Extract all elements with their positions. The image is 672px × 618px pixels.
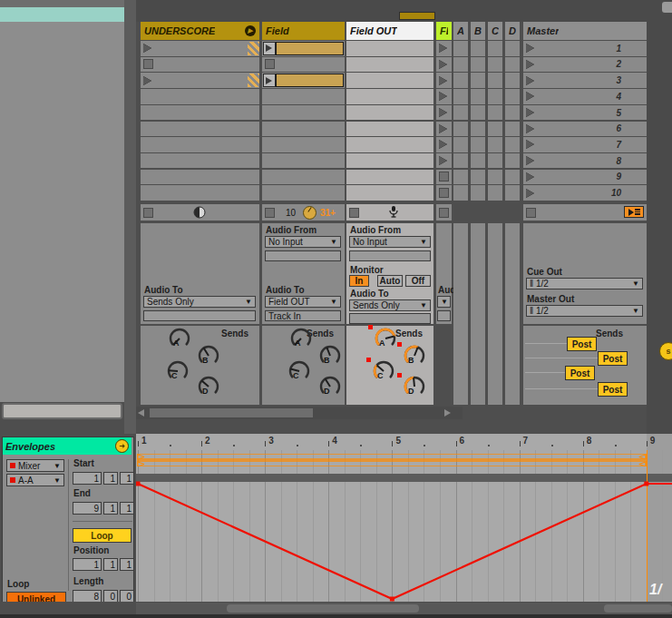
clip-play-icon[interactable]	[439, 44, 447, 53]
clip-play-icon[interactable]	[439, 60, 447, 69]
start-digit[interactable]: 1	[73, 472, 102, 485]
clip-slot[interactable]	[436, 170, 452, 185]
clip-slot[interactable]	[141, 57, 259, 73]
automation-envelope[interactable]	[136, 434, 672, 602]
editor-bottom-scrollbar[interactable]	[136, 603, 672, 614]
position-digit[interactable]: 1	[73, 558, 102, 571]
clip-stop-icon[interactable]	[143, 59, 153, 69]
scene-row[interactable]: 9	[523, 170, 647, 185]
post-pre-toggle-b[interactable]: Post	[598, 351, 628, 366]
clip-slot[interactable]	[436, 153, 452, 169]
track-stop-button[interactable]	[526, 208, 536, 218]
position-digit[interactable]: 1	[103, 558, 118, 571]
scroll-thumb[interactable]	[604, 604, 672, 613]
fieldout-audio-to[interactable]: Sends Only▼	[349, 299, 431, 311]
send-knob[interactable]	[318, 375, 342, 398]
field-audio-from[interactable]: No Input▼	[265, 236, 341, 248]
clip-slot[interactable]	[436, 41, 452, 56]
master-out[interactable]: ‖ 1/2▼	[526, 305, 643, 317]
clip-slot[interactable]	[141, 170, 259, 185]
track-header-underscore[interactable]: UNDERSCORE▶	[141, 22, 259, 40]
scene-row[interactable]: 10	[523, 185, 647, 201]
envelope-device-chooser[interactable]: Mixer▼	[6, 459, 64, 472]
send-knob[interactable]	[403, 344, 426, 368]
send-knob[interactable]	[168, 327, 191, 350]
clip-play-icon[interactable]	[143, 44, 151, 53]
track-header-field-out[interactable]: Field OUT	[346, 22, 433, 40]
clip-slot[interactable]	[346, 41, 433, 56]
clip-slot[interactable]	[436, 105, 452, 121]
clip-stop-icon[interactable]	[439, 172, 449, 181]
end-digit[interactable]: 9	[73, 502, 102, 515]
routing-sub-box[interactable]	[265, 250, 341, 261]
track-header-c[interactable]: C	[488, 22, 502, 40]
unfold-arrow-icon[interactable]: ➜	[115, 439, 129, 453]
clip-slot[interactable]	[262, 153, 345, 169]
scene-play-icon[interactable]	[526, 172, 534, 181]
clip-stop-icon[interactable]	[265, 59, 275, 69]
envelope-breakpoint[interactable]	[390, 597, 394, 602]
scene-play-icon[interactable]	[526, 108, 534, 117]
clip-slot[interactable]	[346, 105, 433, 121]
start-digit[interactable]: 1	[120, 472, 134, 485]
scene-play-icon[interactable]	[526, 76, 534, 85]
send-knob[interactable]	[197, 375, 220, 398]
track-stop-button[interactable]	[349, 208, 359, 218]
scene-play-icon[interactable]	[526, 124, 534, 133]
send-knob-a[interactable]: A	[289, 327, 313, 350]
clip-launch-button[interactable]	[263, 42, 276, 55]
start-digit[interactable]: 1	[103, 472, 118, 485]
scene-row[interactable]: 6	[523, 122, 647, 137]
clip-body[interactable]	[276, 42, 344, 55]
clip-slot[interactable]	[436, 89, 452, 104]
clip-slot[interactable]	[346, 122, 433, 137]
clip-slot[interactable]	[436, 185, 452, 201]
session-scrollbar[interactable]	[136, 407, 463, 419]
clip-slot[interactable]	[262, 73, 345, 88]
routing-sub-box[interactable]	[349, 250, 431, 261]
send-knob-b[interactable]: B	[403, 344, 426, 368]
position-digit[interactable]: 1	[120, 558, 134, 571]
envelope-breakpoint[interactable]	[644, 482, 648, 486]
scene-play-icon[interactable]	[526, 140, 534, 149]
envelope-control-chooser[interactable]: A-A▼	[6, 474, 64, 486]
clip-slot[interactable]	[262, 57, 345, 73]
routing-sub-box[interactable]	[349, 313, 431, 324]
scroll-thumb[interactable]	[227, 604, 419, 613]
clip-slot[interactable]	[436, 73, 452, 88]
monitor-off-button[interactable]: Off	[405, 275, 431, 287]
routing-sub-box[interactable]: Track In	[265, 310, 341, 321]
clip-stop-icon[interactable]	[439, 188, 449, 198]
send-knob[interactable]	[197, 344, 220, 368]
post-pre-toggle-a[interactable]: Post	[567, 337, 597, 351]
clip-slot[interactable]	[262, 105, 345, 121]
clip-slot[interactable]	[346, 89, 433, 104]
field-audio-to[interactable]: Field OUT▼	[265, 296, 341, 308]
scene-row[interactable]: 2	[523, 57, 647, 73]
cue-out[interactable]: ‖ 1/2▼	[526, 278, 643, 289]
send-knob[interactable]	[166, 359, 190, 383]
back-to-arrangement-button[interactable]	[624, 206, 644, 218]
clip-slot[interactable]	[262, 137, 345, 152]
end-digit[interactable]: 1	[120, 502, 134, 515]
clip-slot[interactable]	[262, 41, 345, 56]
track-header-a[interactable]: A	[453, 22, 468, 40]
length-digit[interactable]: 8	[73, 590, 102, 603]
post-pre-toggle-d[interactable]: Post	[598, 382, 628, 397]
send-knob[interactable]	[287, 359, 311, 383]
send-knob-c[interactable]: C	[287, 359, 311, 383]
track-header-master[interactable]: Master	[523, 22, 647, 40]
clip-slot[interactable]	[141, 185, 259, 201]
group-unfold-icon[interactable]: ▶	[245, 25, 256, 36]
track-header-field[interactable]: Field	[262, 22, 345, 40]
clip-slot[interactable]	[436, 57, 452, 73]
send-knob-a[interactable]: A	[374, 327, 397, 350]
send-knob-b[interactable]: B	[197, 344, 220, 368]
track-stop-button[interactable]	[265, 208, 275, 218]
send-knob[interactable]	[289, 327, 313, 350]
track-header-d[interactable]: D	[505, 22, 520, 40]
send-knob-d[interactable]: D	[403, 375, 426, 398]
scene-play-icon[interactable]	[526, 60, 534, 69]
clip-slot[interactable]	[346, 137, 433, 152]
monitor-auto-button[interactable]: Auto	[377, 275, 403, 287]
